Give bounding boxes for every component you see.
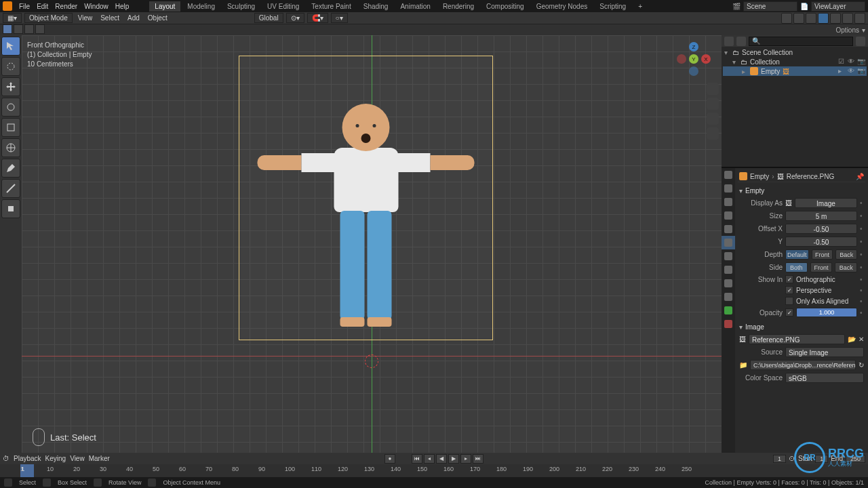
eye-icon[interactable]: 👁 [848, 58, 856, 66]
strip-btn-3[interactable] [24, 24, 34, 34]
menu-edit[interactable]: Edit [37, 3, 48, 10]
menu-file[interactable]: File [19, 3, 30, 10]
axis-z-neg[interactable] [689, 66, 698, 76]
display-as-dropdown[interactable]: Image [795, 198, 857, 208]
clock-icon[interactable]: ⏲ [789, 455, 795, 462]
nav-gizmo[interactable]: Z Y X [677, 42, 711, 76]
move-tool[interactable] [1, 77, 20, 96]
ws-sculpting[interactable]: Sculpting [222, 1, 260, 12]
eye-icon[interactable]: 👁 [848, 67, 856, 75]
proportional-dropdown[interactable]: ○▾ [331, 13, 348, 23]
autokey-btn[interactable]: ● [384, 454, 395, 464]
render-icon[interactable]: 📷 [857, 67, 865, 75]
ws-uv[interactable]: UV Editing [262, 1, 304, 12]
ptab-data[interactable] [722, 304, 735, 317]
side-front[interactable]: Front [810, 262, 833, 272]
header-view[interactable]: View [78, 14, 93, 22]
select-mode-btn[interactable] [3, 24, 12, 34]
side-back[interactable]: Back [835, 262, 857, 272]
start-frame-field[interactable]: 1 [815, 455, 828, 463]
select-box-tool[interactable] [1, 37, 20, 56]
checkbox-perspective[interactable] [785, 286, 793, 294]
ptab-render[interactable] [722, 168, 735, 182]
axis-x[interactable]: X [701, 54, 711, 64]
overlay-toggle[interactable] [793, 13, 804, 24]
pivot-dropdown[interactable]: ⊙▾ [286, 13, 304, 23]
editor-type-dropdown[interactable]: ▦▾ [3, 13, 22, 23]
folder-icon[interactable]: 📁 [739, 361, 747, 369]
pan-icon[interactable] [707, 98, 719, 110]
offset-x-field[interactable]: -0.50 [785, 224, 857, 234]
ptab-scene[interactable] [722, 209, 735, 222]
axis-x-neg[interactable] [677, 54, 686, 64]
menu-help[interactable]: Help [115, 3, 130, 10]
timeline-editor-icon[interactable]: ⏱ [3, 455, 9, 462]
end-frame-field[interactable]: 250 [846, 455, 865, 463]
depth-front[interactable]: Front [812, 249, 833, 260]
checkbox-axis-aligned[interactable] [785, 297, 793, 305]
transform-tool[interactable] [1, 138, 20, 157]
scene-name-input[interactable] [743, 1, 797, 12]
shading-wireframe[interactable] [818, 13, 829, 24]
select-toggle-icon[interactable]: ▸ [838, 67, 846, 75]
opacity-slider[interactable]: 1.000 [796, 308, 857, 317]
outliner-row-scene[interactable]: ▾🗀 Scene Collection [723, 48, 867, 57]
timeline-track[interactable]: 1 11020304050607080901001101201301401501… [0, 464, 868, 477]
ptab-output[interactable] [722, 182, 735, 195]
outliner-type-icon[interactable] [724, 37, 734, 46]
xray-toggle[interactable] [806, 13, 816, 24]
colorspace-dropdown[interactable]: sRGB [785, 373, 864, 383]
reference-image-bounds[interactable] [239, 56, 493, 340]
shading-matprev[interactable] [842, 13, 853, 24]
shading-solid[interactable] [830, 13, 841, 24]
tl-playback[interactable]: Playback [14, 455, 41, 462]
gizmo-toggle[interactable] [781, 13, 792, 24]
outliner-filter-icon[interactable] [856, 37, 865, 46]
ws-scripting[interactable]: Scripting [594, 1, 631, 12]
side-both[interactable]: Both [785, 262, 808, 272]
zoom-icon[interactable] [707, 83, 719, 95]
play-btn[interactable]: ▶ [448, 454, 459, 464]
strip-btn-2[interactable] [14, 24, 23, 34]
orientation-dropdown[interactable]: Global [254, 13, 283, 23]
tl-marker[interactable]: Marker [89, 455, 110, 462]
ptab-constraints[interactable] [722, 290, 735, 304]
ws-compositing[interactable]: Compositing [481, 1, 530, 12]
menu-window[interactable]: Window [84, 3, 108, 10]
ws-modeling[interactable]: Modeling [182, 1, 220, 12]
source-dropdown[interactable]: Single Image [785, 347, 864, 357]
next-key-btn[interactable]: ▸ [460, 454, 471, 464]
reload-icon[interactable]: ↻ [859, 361, 864, 369]
pin-icon[interactable]: 📌 [856, 173, 864, 180]
ws-animation[interactable]: Animation [395, 1, 435, 12]
tl-view[interactable]: View [70, 455, 85, 462]
ptab-object[interactable] [722, 236, 735, 249]
shading-rendered[interactable] [854, 13, 865, 24]
prev-key-btn[interactable]: ◂ [424, 454, 435, 464]
header-object[interactable]: Object [148, 14, 167, 22]
ws-texpaint[interactable]: Texture Paint [306, 1, 356, 12]
outliner-row-empty[interactable]: ▸ Empty 🖼 ▸👁📷 [723, 66, 867, 76]
snap-dropdown[interactable]: 🧲▾ [307, 13, 328, 23]
checkbox-opacity[interactable] [785, 308, 793, 317]
tl-keying[interactable]: Keying [45, 455, 66, 462]
strip-btn-4[interactable] [35, 24, 45, 34]
current-frame-field[interactable]: 1 [773, 455, 786, 463]
menu-render[interactable]: Render [55, 3, 77, 10]
outliner-row-collection[interactable]: ▾🗀 Collection ☑👁📷 [723, 57, 867, 66]
filepath-field[interactable]: C:\Users\sbiga\Dropb...rence\Reference.P… [750, 360, 856, 370]
unlink-icon[interactable]: ✕ [859, 336, 864, 343]
ws-add[interactable]: + [633, 1, 648, 12]
depth-default[interactable]: Default [785, 249, 809, 260]
camera-view-icon[interactable] [707, 113, 719, 125]
outliner-display-icon[interactable] [736, 37, 746, 46]
ptab-material[interactable] [722, 317, 735, 331]
scale-tool[interactable] [1, 118, 20, 137]
ptab-viewlayer[interactable] [722, 195, 735, 209]
jump-start-btn[interactable]: ⏮ [412, 454, 422, 464]
ptab-particles[interactable] [722, 263, 735, 277]
perspective-toggle-icon[interactable] [707, 127, 719, 140]
mode-dropdown[interactable]: Object Mode [24, 13, 73, 23]
cursor-tool[interactable] [1, 57, 20, 76]
offset-y-field[interactable]: -0.50 [785, 237, 857, 247]
